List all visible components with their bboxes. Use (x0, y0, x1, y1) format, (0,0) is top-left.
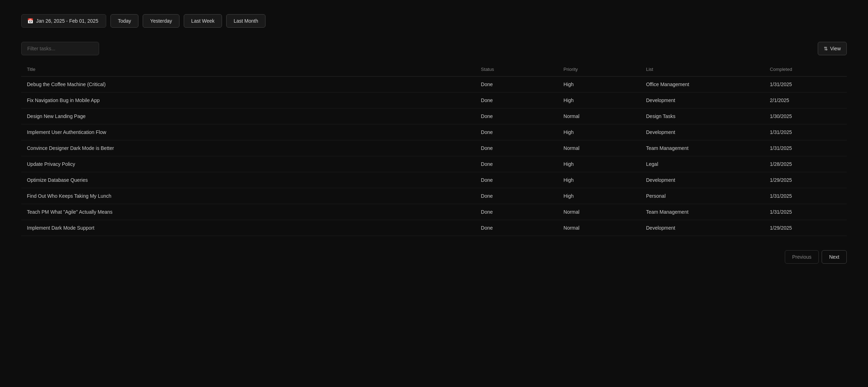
table-row[interactable]: Optimize Database QueriesDoneHighDevelop… (21, 172, 847, 188)
cell-status: Done (475, 220, 558, 236)
cell-priority: High (558, 188, 640, 204)
col-header-list: List (640, 62, 764, 77)
table-header-row: Title Status Priority List Completed (21, 62, 847, 77)
cell-title: Implement User Authentication Flow (21, 124, 475, 140)
cell-status: Done (475, 140, 558, 156)
cell-priority: High (558, 77, 640, 92)
cell-list: Development (640, 92, 764, 108)
cell-title: Update Privacy Policy (21, 156, 475, 172)
cell-priority: Normal (558, 108, 640, 124)
view-button[interactable]: ⇅ View (818, 42, 847, 55)
cell-priority: High (558, 172, 640, 188)
cell-priority: Normal (558, 140, 640, 156)
table-row[interactable]: Debug the Coffee Machine (Critical)DoneH… (21, 77, 847, 92)
cell-status: Done (475, 108, 558, 124)
view-label: View (830, 46, 841, 51)
cell-title: Debug the Coffee Machine (Critical) (21, 77, 475, 92)
today-button[interactable]: Today (110, 14, 138, 28)
table-row[interactable]: Update Privacy PolicyDoneHighLegal1/28/2… (21, 156, 847, 172)
cell-priority: Normal (558, 204, 640, 220)
cell-status: Done (475, 124, 558, 140)
cell-title: Convince Designer Dark Mode is Better (21, 140, 475, 156)
cell-status: Done (475, 204, 558, 220)
cell-completed: 1/31/2025 (764, 140, 847, 156)
cell-title: Optimize Database Queries (21, 172, 475, 188)
cell-completed: 1/28/2025 (764, 156, 847, 172)
cell-status: Done (475, 156, 558, 172)
cell-list: Development (640, 172, 764, 188)
calendar-icon: 📅 (27, 18, 33, 24)
table-row[interactable]: Teach PM What "Agile" Actually MeansDone… (21, 204, 847, 220)
cell-title: Design New Landing Page (21, 108, 475, 124)
table-row[interactable]: Fix Navigation Bug in Mobile AppDoneHigh… (21, 92, 847, 108)
cell-title: Fix Navigation Bug in Mobile App (21, 92, 475, 108)
previous-button[interactable]: Previous (785, 250, 819, 264)
table-row[interactable]: Implement User Authentication FlowDoneHi… (21, 124, 847, 140)
last-week-button[interactable]: Last Week (184, 14, 222, 28)
cell-list: Design Tasks (640, 108, 764, 124)
cell-list: Development (640, 124, 764, 140)
cell-priority: High (558, 156, 640, 172)
cell-priority: High (558, 124, 640, 140)
yesterday-button[interactable]: Yesterday (143, 14, 179, 28)
col-header-completed: Completed (764, 62, 847, 77)
cell-completed: 2/1/2025 (764, 92, 847, 108)
cell-status: Done (475, 172, 558, 188)
table-row[interactable]: Implement Dark Mode SupportDoneNormalDev… (21, 220, 847, 236)
col-header-status: Status (475, 62, 558, 77)
cell-priority: High (558, 92, 640, 108)
cell-priority: Normal (558, 220, 640, 236)
cell-list: Office Management (640, 77, 764, 92)
cell-list: Development (640, 220, 764, 236)
top-bar: 📅 Jan 26, 2025 - Feb 01, 2025 Today Yest… (21, 14, 847, 28)
toolbar: ⇅ View (21, 42, 847, 55)
cell-completed: 1/29/2025 (764, 172, 847, 188)
cell-completed: 1/31/2025 (764, 188, 847, 204)
cell-list: Personal (640, 188, 764, 204)
cell-status: Done (475, 92, 558, 108)
cell-status: Done (475, 77, 558, 92)
next-button[interactable]: Next (822, 250, 847, 264)
table-row[interactable]: Convince Designer Dark Mode is BetterDon… (21, 140, 847, 156)
cell-title: Implement Dark Mode Support (21, 220, 475, 236)
cell-list: Team Management (640, 204, 764, 220)
cell-completed: 1/31/2025 (764, 204, 847, 220)
cell-list: Legal (640, 156, 764, 172)
cell-list: Team Management (640, 140, 764, 156)
cell-title: Teach PM What "Agile" Actually Means (21, 204, 475, 220)
view-icon: ⇅ (824, 46, 828, 51)
cell-completed: 1/31/2025 (764, 77, 847, 92)
table-row[interactable]: Design New Landing PageDoneNormalDesign … (21, 108, 847, 124)
last-month-button[interactable]: Last Month (226, 14, 265, 28)
cell-completed: 1/31/2025 (764, 124, 847, 140)
cell-status: Done (475, 188, 558, 204)
cell-completed: 1/29/2025 (764, 220, 847, 236)
filter-input[interactable] (21, 42, 99, 55)
col-header-priority: Priority (558, 62, 640, 77)
table-row[interactable]: Find Out Who Keeps Taking My LunchDoneHi… (21, 188, 847, 204)
cell-title: Find Out Who Keeps Taking My Lunch (21, 188, 475, 204)
cell-completed: 1/30/2025 (764, 108, 847, 124)
tasks-table: Title Status Priority List Completed Deb… (21, 62, 847, 236)
col-header-title: Title (21, 62, 475, 77)
date-range-text: Jan 26, 2025 - Feb 01, 2025 (36, 18, 98, 24)
pagination: Previous Next (21, 250, 847, 264)
date-range-display[interactable]: 📅 Jan 26, 2025 - Feb 01, 2025 (21, 14, 106, 28)
